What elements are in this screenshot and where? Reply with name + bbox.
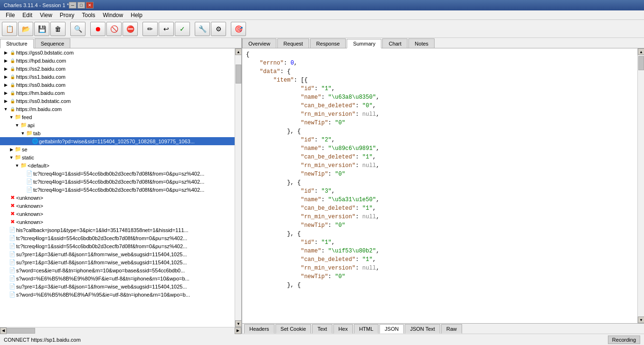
tab-json[interactable]: JSON — [379, 324, 404, 334]
tree-item-mbaidu[interactable]: ▼ 🔒 https://m.baidu.com — [0, 105, 235, 113]
maximize-button[interactable]: □ — [77, 2, 85, 9]
tree-item-tc1[interactable]: 📄 tc?tcreq4log=1&ssid=554cc6bdb0b2d3cecf… — [0, 169, 235, 177]
close-button[interactable]: ✕ — [86, 2, 94, 9]
minimize-button[interactable]: ─ — [69, 2, 76, 9]
tree-item-unknown4[interactable]: ✖ <unknown> — [0, 218, 235, 226]
menu-edit[interactable]: Edit — [19, 11, 36, 19]
file-icon: 📄 — [9, 243, 16, 249]
tab-notes[interactable]: Notes — [408, 38, 435, 48]
breakpoint-button[interactable]: ⛔ — [123, 22, 138, 36]
tree-item-api[interactable]: ▼ 📁 api — [0, 121, 235, 129]
new-session-button[interactable]: 📋 — [2, 22, 17, 36]
folder-icon: 📁 — [14, 146, 22, 152]
tools-button[interactable]: 🔧 — [195, 22, 210, 36]
right-scroll-down[interactable]: ▼ — [638, 317, 644, 323]
find-button[interactable]: 🔍 — [70, 22, 85, 36]
tab-summary[interactable]: Summary — [347, 39, 381, 48]
tree-item-tc2[interactable]: 📄 tc?tcreq4log=1&ssid=554cc6bdb0b2d3cecf… — [0, 177, 235, 186]
tree-item-tab[interactable]: ▼ 📁 tab — [0, 129, 235, 137]
tab-text[interactable]: Text — [312, 324, 332, 334]
tab-headers[interactable]: Headers — [244, 324, 275, 334]
tree-item-su1[interactable]: 📄 su?pre=1&p=3&ie=utf-8&json=1&from=wise… — [0, 250, 235, 258]
bottom-tab-bar: Headers Set Cookie Text Hex HTML JSON JS… — [242, 323, 644, 334]
menu-window[interactable]: Window — [99, 11, 127, 19]
json-content[interactable]: { "errno": 0, "data": { "item": [{ "id":… — [242, 48, 637, 323]
tree-item-s3[interactable]: 📄 s?word=%E6%B5%8B%E8%AF%95&ie=utf-8&tn=… — [0, 290, 235, 298]
tree-item-gss0[interactable]: ▶ 🔒 https://gss0.bdstatic.com — [0, 48, 235, 56]
tab-set-cookie[interactable]: Set Cookie — [275, 324, 312, 334]
tab-hex[interactable]: Hex — [333, 324, 353, 334]
tab-html[interactable]: HTML — [354, 324, 379, 334]
menu-view[interactable]: View — [36, 11, 56, 19]
folder-icon: 📁 — [26, 130, 33, 136]
expand-icon: ▼ — [3, 107, 9, 112]
tree-item-unknown3[interactable]: ✖ <unknown> — [0, 210, 235, 218]
settings-button[interactable]: ⚙ — [211, 22, 226, 36]
tree-item-unknown2[interactable]: ✖ <unknown> — [0, 202, 235, 210]
menu-proxy[interactable]: Proxy — [56, 11, 78, 19]
right-scroll-up[interactable]: ▲ — [638, 48, 644, 55]
tree-item-static[interactable]: ▼ 📁 static — [0, 153, 235, 161]
tree-item-selected[interactable]: 🌐 gettabinfo?pd=wise&sid=115404_102570_1… — [0, 137, 235, 145]
tree-item-text: s?word=ces&ie=utf-8&tn=iphone&rn=10&wpo=… — [16, 268, 185, 273]
folder-icon: 📁 — [20, 162, 28, 168]
recording-status: Recording — [608, 336, 640, 344]
right-tab-bar: Overview Request Response Summary Chart … — [242, 38, 644, 48]
tab-overview[interactable]: Overview — [242, 38, 276, 48]
scroll-left-button[interactable]: ◀ — [0, 327, 7, 334]
tree-item-default[interactable]: ▼ 📁 <default> — [0, 161, 235, 169]
tree-item-tc4[interactable]: 📄 tc?tcreq4log=1&ssid=554cc6bdb0b2d3cecf… — [0, 234, 235, 242]
error-icon: ✖ — [9, 219, 16, 225]
tree-item-tc3[interactable]: 📄 tc?tcreq4log=1&ssid=554cc6bdb0b2d3cecf… — [0, 186, 235, 194]
repeat-button[interactable]: ↩ — [159, 22, 174, 36]
tree-item-his[interactable]: 📄 his?callback=jsonp1&type=3&pic=1&lid=3… — [0, 226, 235, 234]
tab-chart[interactable]: Chart — [382, 38, 407, 48]
scroll-down-button[interactable]: ▼ — [235, 320, 241, 327]
tree-item-text: feed — [22, 114, 32, 120]
record-button[interactable]: ⏺ — [90, 22, 105, 36]
tab-raw[interactable]: Raw — [441, 324, 462, 334]
titlebar-title: Charles 3.11.4 - Session 1 * — [4, 2, 69, 8]
tree-item-tc5[interactable]: 📄 tc?tcreq4log=1&ssid=554cc6bdb0b2d3cecf… — [0, 242, 235, 250]
titlebar: Charles 3.11.4 - Session 1 * ─ □ ✕ — [0, 0, 644, 10]
wizard-button[interactable]: 🎯 — [231, 22, 246, 36]
tree-container[interactable]: ▶ 🔒 https://gss0.bdstatic.com ▶ 🔒 https:… — [0, 48, 235, 327]
throttle-button[interactable]: 🚫 — [106, 22, 122, 36]
tree-item-s1[interactable]: 📄 s?word=ces&ie=utf-8&tn=iphone&rn=10&wp… — [0, 266, 235, 274]
open-button[interactable]: 📂 — [18, 22, 33, 36]
lock-icon: 🔒 — [9, 91, 16, 95]
tree-item-ss0[interactable]: ▶ 🔒 https://ss0.baidu.com — [0, 81, 235, 89]
save-button[interactable]: 💾 — [34, 22, 49, 36]
file-icon: 📄 — [26, 186, 33, 193]
tree-item-su3[interactable]: 📄 su?pre=1&p=3&ie=utf-8&json=1&from=wise… — [0, 282, 235, 290]
tab-request[interactable]: Request — [277, 38, 309, 48]
tree-item-text: tc?tcreq4log=1&ssid=554cc6bdb0b2d3cecfb7… — [16, 235, 187, 241]
tree-item-feed[interactable]: ▼ 📁 feed — [0, 113, 235, 121]
menu-help[interactable]: Help — [127, 11, 146, 19]
tree-item-ss0-bd[interactable]: ▶ 🔒 https://ss0.bdstatic.com — [0, 97, 235, 105]
compose-button[interactable]: ✏ — [142, 22, 158, 36]
right-scroll-thumb[interactable] — [638, 56, 644, 70]
scroll-thumb[interactable] — [236, 65, 241, 84]
tree-item-ss2[interactable]: ▶ 🔒 https://ss2.baidu.com — [0, 65, 235, 73]
tree-item-hm[interactable]: ▶ 🔒 https://hm.baidu.com — [0, 89, 235, 97]
tree-item-su2[interactable]: 📄 su?pre=1&p=3&ie=utf-8&json=1&from=wise… — [0, 258, 235, 266]
tab-sequence[interactable]: Sequence — [35, 38, 71, 48]
tab-json-text[interactable]: JSON Text — [405, 324, 440, 334]
menu-tools[interactable]: Tools — [78, 11, 99, 19]
hscroll-thumb[interactable] — [7, 328, 35, 334]
scroll-up-button[interactable]: ▲ — [235, 48, 241, 55]
tree-item-unknown1[interactable]: ✖ <unknown> — [0, 194, 235, 202]
scroll-right-button[interactable]: ▶ — [235, 327, 241, 334]
validate-button[interactable]: ✓ — [175, 22, 190, 36]
tree-item-text: api — [28, 122, 35, 128]
tab-structure[interactable]: Structure — [0, 39, 34, 48]
tree-item-s2[interactable]: 📄 s?word=%E6%B5%8B%E9%80%9F&ie=utf-8&tn=… — [0, 274, 235, 282]
clear-button[interactable]: 🗑 — [50, 22, 66, 36]
tree-item-se[interactable]: ▶ 📁 se — [0, 145, 235, 153]
tab-response[interactable]: Response — [310, 38, 346, 48]
expand-icon: ▼ — [14, 163, 20, 168]
tree-item-hpd[interactable]: ▶ 🔒 https://hpd.baidu.com — [0, 56, 235, 65]
tree-item-ss1[interactable]: ▶ 🔒 https://ss1.baidu.com — [0, 73, 235, 81]
menu-file[interactable]: File — [2, 11, 19, 19]
